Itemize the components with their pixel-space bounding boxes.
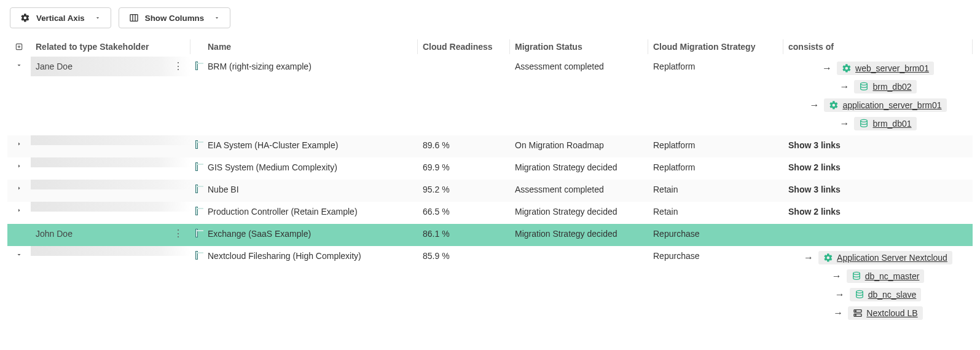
database-icon xyxy=(852,271,861,281)
relation-link[interactable]: →db_nc_master xyxy=(832,269,925,283)
name-cell[interactable]: Nextcloud Filesharing (High Complexity) xyxy=(203,246,418,266)
cloud-readiness-cell: 66.5 % xyxy=(418,202,510,221)
col-header-name[interactable]: Name xyxy=(203,39,418,54)
relation-link[interactable]: →db_nc_slave xyxy=(835,288,922,301)
gear-icon xyxy=(20,13,30,23)
relation-label: brm_db02 xyxy=(872,82,911,92)
table-row: EIA System (HA-Cluster Example)89.6 %On … xyxy=(7,135,973,157)
cloud-readiness-cell: 89.6 % xyxy=(418,135,510,155)
expand-all-button[interactable] xyxy=(7,37,31,57)
show-links-button[interactable]: Show 2 links xyxy=(788,207,841,217)
show-links-button[interactable]: Show 2 links xyxy=(788,162,841,172)
relation-link[interactable]: →application_server_brm01 xyxy=(809,98,946,112)
name-cell[interactable]: Exchange (SaaS Example) xyxy=(203,224,418,244)
more-menu-button[interactable]: ⋮ xyxy=(171,229,186,239)
strategy-cell: Repurchase xyxy=(648,246,783,266)
relation-chip[interactable]: application_server_brm01 xyxy=(824,98,946,112)
col-header-consists-of[interactable]: consists of xyxy=(783,39,973,54)
arrow-right-icon: → xyxy=(822,63,832,74)
table-row: Production Controller (Retain Example)66… xyxy=(7,202,973,224)
consists-of-cell xyxy=(783,224,973,234)
vertical-axis-button[interactable]: Vertical Axis xyxy=(10,7,111,28)
application-icon xyxy=(195,185,198,193)
migration-status-cell: Assessment completed xyxy=(510,57,648,76)
stakeholder-name: Jane Doe xyxy=(36,62,73,71)
expand-row-button[interactable] xyxy=(7,135,31,153)
name-cell[interactable]: GIS System (Medium Complexity) xyxy=(203,157,418,177)
item-type-icon xyxy=(190,246,203,264)
col-header-migration-status[interactable]: Migration Status xyxy=(510,39,648,54)
expand-row-button[interactable] xyxy=(7,157,31,175)
relation-chip[interactable]: web_server_brm01 xyxy=(837,62,934,75)
svg-rect-0 xyxy=(130,15,138,22)
strategy-cell: Retain xyxy=(648,202,783,221)
svg-point-12 xyxy=(855,311,856,311)
relation-chip[interactable]: brm_db02 xyxy=(854,80,916,93)
relation-chip[interactable]: db_nc_master xyxy=(847,269,925,283)
name-cell[interactable]: Production Controller (Retain Example) xyxy=(203,202,418,221)
columns-icon xyxy=(129,13,139,23)
application-icon xyxy=(195,140,198,149)
table-row: Nube BI95.2 %Assessment completedRetainS… xyxy=(7,180,973,202)
relation-label: application_server_brm01 xyxy=(842,100,941,110)
relation-label: Nextcloud LB xyxy=(866,308,917,318)
relation-link[interactable]: →Nextcloud LB xyxy=(833,306,922,320)
application-icon xyxy=(195,229,198,237)
col-header-strategy[interactable]: Cloud Migration Strategy xyxy=(648,39,783,54)
collapse-row-button[interactable] xyxy=(7,246,31,263)
table-row: Nextcloud Filesharing (High Complexity)8… xyxy=(7,246,973,325)
show-links-button[interactable]: Show 3 links xyxy=(788,185,841,194)
expand-row-button[interactable] xyxy=(7,224,31,234)
collapse-group-button[interactable] xyxy=(7,57,31,74)
strategy-cell: Replatform xyxy=(648,57,783,76)
stakeholder-cell xyxy=(31,202,190,212)
col-header-cloud-readiness[interactable]: Cloud Readiness xyxy=(418,39,510,54)
more-menu-button[interactable]: ⋮ xyxy=(171,62,186,71)
arrow-right-icon: → xyxy=(833,308,843,319)
expand-row-button[interactable] xyxy=(7,202,31,219)
relation-label: db_nc_slave xyxy=(868,290,917,300)
relation-chip[interactable]: Application Server Nextcloud xyxy=(818,251,952,264)
relation-chip[interactable]: brm_db01 xyxy=(854,117,916,130)
relation-link[interactable]: →brm_db01 xyxy=(839,117,916,130)
arrow-right-icon: → xyxy=(839,81,849,92)
expand-row-button[interactable] xyxy=(7,180,31,197)
name-cell[interactable]: Nube BI xyxy=(203,180,418,199)
strategy-cell: Repurchase xyxy=(648,224,783,244)
relation-label: web_server_brm01 xyxy=(855,63,929,73)
table-row: John Doe⋮Exchange (SaaS Example)86.1 %Mi… xyxy=(7,224,973,246)
stakeholder-cell: Jane Doe⋮ xyxy=(31,57,190,76)
relation-chip[interactable]: db_nc_slave xyxy=(850,288,922,301)
stakeholder-name: John Doe xyxy=(36,229,73,239)
chevron-down-icon xyxy=(95,15,101,21)
item-type-icon xyxy=(190,180,203,198)
stakeholder-cell xyxy=(31,246,190,256)
vertical-axis-label: Vertical Axis xyxy=(36,14,85,23)
relation-link[interactable]: →web_server_brm01 xyxy=(822,62,934,75)
arrow-right-icon: → xyxy=(839,118,849,129)
arrow-right-icon: → xyxy=(832,271,842,282)
svg-point-9 xyxy=(856,290,863,293)
relation-link[interactable]: →brm_db02 xyxy=(839,80,916,93)
migration-status-cell: On Migration Roadmap xyxy=(510,135,648,155)
name-cell[interactable]: EIA System (HA-Cluster Example) xyxy=(203,135,418,155)
migration-status-cell: Migration Strategy decided xyxy=(510,224,648,244)
item-type-icon xyxy=(190,224,203,242)
table-row: GIS System (Medium Complexity)69.9 %Migr… xyxy=(7,157,973,180)
consists-of-cell: Show 2 links xyxy=(783,202,973,221)
cloud-readiness-cell: 95.2 % xyxy=(418,180,510,199)
migration-status-cell: Migration Strategy decided xyxy=(510,202,648,221)
relation-chip[interactable]: Nextcloud LB xyxy=(848,306,922,320)
name-cell[interactable]: BRM (right-sizing example) xyxy=(203,57,418,76)
show-columns-button[interactable]: Show Columns xyxy=(119,7,230,28)
consists-of-cell: →Application Server Nextcloud→db_nc_mast… xyxy=(783,246,973,325)
show-links-button[interactable]: Show 3 links xyxy=(788,140,841,150)
application-icon xyxy=(195,162,198,171)
col-header-stakeholder[interactable]: Related to type Stakeholder xyxy=(31,39,190,54)
relation-link[interactable]: →Application Server Nextcloud xyxy=(804,251,952,264)
database-icon xyxy=(859,82,869,92)
item-type-icon xyxy=(190,157,203,176)
item-type-icon xyxy=(190,135,203,154)
table-row: Jane Doe⋮BRM (right-sizing example)Asses… xyxy=(7,57,973,135)
gear-icon xyxy=(842,63,852,73)
